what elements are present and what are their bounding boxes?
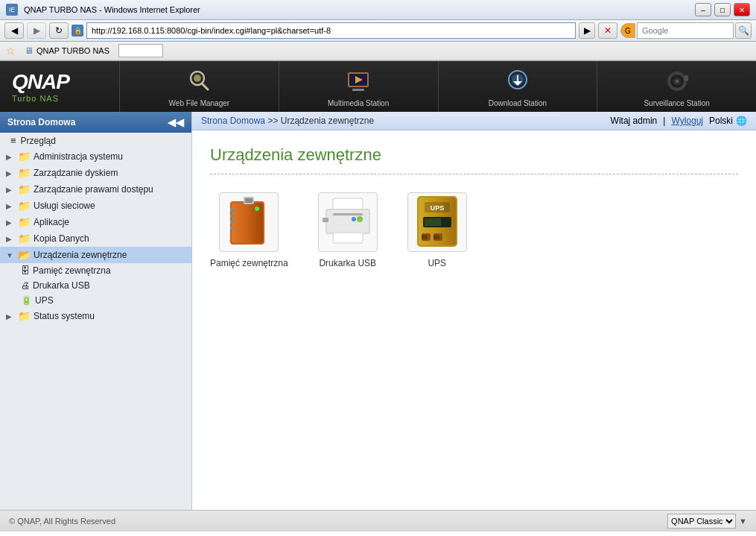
expand-arrow-icon: ▶ xyxy=(6,218,15,227)
sidebar-title: Strona Domowa xyxy=(7,117,75,127)
sidebar-item-system-admin[interactable]: ▶ 📁 Administracja systemu xyxy=(0,148,191,165)
qnap-app: QNAP Turbo NAS Web File Manager xyxy=(0,61,756,532)
nav-multimedia-station[interactable]: Multimedia Station xyxy=(279,61,438,112)
expand-arrow-icon: ▼ xyxy=(6,251,15,259)
folder-closed-icon: 📁 xyxy=(18,151,31,163)
device-icon-ups: UPS xyxy=(407,192,467,252)
sidebar-item-disk-mgmt[interactable]: ▶ 📁 Zarządzanie dyskiem xyxy=(0,165,191,181)
svg-rect-15 xyxy=(684,75,688,81)
sidebar-item-ext-memory[interactable]: 🗄 Pamięć zewnętrzna xyxy=(0,263,191,278)
breadcrumb-current: Urządzenia zewnętrzne xyxy=(281,116,374,126)
logout-button[interactable]: Wyloguj xyxy=(671,116,703,126)
favorites-bar: ☆ 🖥 QNAP TURBO NAS xyxy=(0,42,756,60)
close-button[interactable]: ✕ xyxy=(734,3,750,16)
multimedia-station-icon xyxy=(343,66,373,96)
sidebar-collapse-button[interactable]: ◀◀ xyxy=(168,116,184,128)
favorites-item[interactable]: 🖥 QNAP TURBO NAS xyxy=(22,45,112,57)
sidebar-item-access-rights[interactable]: ▶ 📁 Zarządzanie prawami dostępu xyxy=(0,181,191,198)
favorites-star-icon: ☆ xyxy=(6,45,16,57)
usb-memory-icon: 🗄 xyxy=(21,265,30,276)
folder-closed-icon: 📁 xyxy=(18,216,31,228)
device-item-ups[interactable]: UPS xyxy=(407,192,467,268)
svg-rect-24 xyxy=(245,198,252,203)
device-item-external-memory[interactable]: Pamięć zewnętrzna xyxy=(210,192,288,268)
minimize-button[interactable]: – xyxy=(695,3,711,16)
page-title: Urządzenia zewnętrzne xyxy=(210,145,738,174)
svg-point-2 xyxy=(194,75,201,82)
device-grid: Pamięć zewnętrzna xyxy=(210,186,738,268)
qnap-subtitle: Turbo NAS xyxy=(12,94,107,103)
sidebar-item-backup[interactable]: ▶ 📁 Kopia Danych xyxy=(0,230,191,247)
sidebar-backup-label: Kopia Danych xyxy=(34,233,89,244)
sidebar-item-ups[interactable]: 🔋 UPS xyxy=(0,293,191,308)
nav-surveillance-station[interactable]: Surveillance Station xyxy=(597,61,756,112)
svg-rect-41 xyxy=(422,235,425,239)
footer-copyright: © QNAP, All Rights Reserved xyxy=(9,517,115,526)
svg-rect-18 xyxy=(230,209,235,212)
download-station-label: Download Station xyxy=(489,99,547,107)
multimedia-station-label: Multimedia Station xyxy=(328,99,389,107)
go-button[interactable]: ▶ xyxy=(579,22,595,39)
fav-label: QNAP TURBO NAS xyxy=(36,46,109,55)
folder-closed-icon: 📁 xyxy=(18,183,31,195)
main-content: Strona Domowa >> Urządzenia zewnętrzne W… xyxy=(192,112,756,510)
svg-rect-28 xyxy=(333,213,363,215)
refresh-stop-button[interactable]: ✕ xyxy=(598,22,617,39)
qnap-logo: QNAP xyxy=(12,70,107,94)
restore-button[interactable]: □ xyxy=(714,3,731,16)
nav-web-file-manager[interactable]: Web File Manager xyxy=(119,61,279,112)
forward-button[interactable]: ▶ xyxy=(27,22,46,39)
device-label-ups: UPS xyxy=(428,258,446,268)
nav-download-station[interactable]: Download Station xyxy=(438,61,597,112)
breadcrumb: Strona Domowa >> Urządzenia zewnętrzne xyxy=(201,116,374,126)
sidebar-item-usb-printer[interactable]: 🖨 Drukarka USB xyxy=(0,278,191,293)
sidebar-item-network-services[interactable]: ▶ 📁 Usługi sieciowe xyxy=(0,198,191,214)
sidebar-overview-label: Przegląd xyxy=(21,136,56,146)
folder-closed-icon: 📁 xyxy=(18,200,31,212)
sidebar-ext-memory-label: Pamięć zewnętrzna xyxy=(33,265,111,276)
sidebar-item-applications[interactable]: ▶ 📁 Aplikacje xyxy=(0,214,191,230)
welcome-text: Witaj admin xyxy=(611,116,658,126)
printer-icon: 🖨 xyxy=(21,280,30,291)
download-station-icon xyxy=(503,66,533,96)
search-button[interactable]: 🔍 xyxy=(735,22,752,39)
browser-icon: IE xyxy=(6,4,18,16)
sidebar-item-system-status[interactable]: ▶ 📁 Status systemu xyxy=(0,308,191,324)
svg-rect-32 xyxy=(323,218,328,222)
svg-rect-38 xyxy=(425,218,441,226)
svg-point-31 xyxy=(352,217,356,221)
expand-arrow-icon: ▶ xyxy=(6,169,15,177)
svg-line-1 xyxy=(202,83,208,89)
device-label-external-memory: Pamięć zewnętrzna xyxy=(210,258,288,268)
favorites-search-input[interactable] xyxy=(118,44,163,57)
svg-rect-29 xyxy=(333,233,363,243)
page-content: Urządzenia zewnętrzne xyxy=(192,130,756,510)
sidebar-external-devices-label: Urządzenia zewnętrzne xyxy=(34,250,127,260)
refresh-button[interactable]: ↻ xyxy=(49,22,69,39)
device-icon-usb-printer xyxy=(318,192,378,252)
sidebar-network-services-label: Usługi sieciowe xyxy=(34,201,95,211)
svg-rect-21 xyxy=(230,227,235,230)
surveillance-station-label: Surveillance Station xyxy=(644,99,709,107)
user-info: Witaj admin | Wyloguj Polski 🌐 xyxy=(611,116,747,126)
breadcrumb-home-link[interactable]: Strona Domowa xyxy=(201,116,265,126)
info-separator: | xyxy=(663,116,665,126)
sidebar-ups-label: UPS xyxy=(35,295,54,306)
sidebar-item-overview[interactable]: ≡ Przegląd xyxy=(0,133,191,148)
back-button[interactable]: ◀ xyxy=(4,22,24,39)
address-input[interactable] xyxy=(86,22,576,39)
theme-selector[interactable]: QNAP Classic Default xyxy=(667,514,736,529)
sidebar-usb-printer-label: Drukarka USB xyxy=(33,280,90,291)
fav-icon: 🖥 xyxy=(25,45,34,56)
language-selector[interactable]: Polski 🌐 xyxy=(709,116,747,126)
device-item-usb-printer[interactable]: Drukarka USB xyxy=(318,192,378,268)
device-icon-external-memory xyxy=(219,192,279,252)
sidebar-item-external-devices[interactable]: ▼ 📂 Urządzenia zewnętrzne xyxy=(0,247,191,263)
svg-point-14 xyxy=(676,80,679,83)
folder-closed-icon: 📁 xyxy=(18,233,31,245)
window-controls: – □ ✕ xyxy=(695,3,750,16)
search-input[interactable] xyxy=(637,22,734,39)
list-icon: ≡ xyxy=(10,135,16,146)
folder-open-icon: 📂 xyxy=(18,249,31,261)
svg-rect-44 xyxy=(436,235,439,239)
